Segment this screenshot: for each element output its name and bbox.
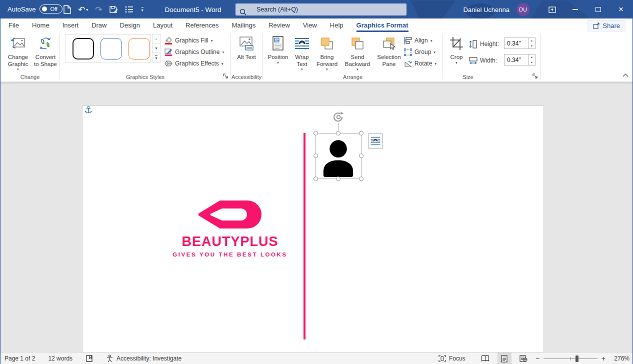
resize-handle-w[interactable] [314,154,318,158]
convert-to-shape-button[interactable]: Convert to Shape [32,34,58,68]
layout-options-icon [370,136,380,146]
ribbon-display-options-button[interactable] [540,0,564,18]
proofing-button[interactable] [86,354,93,362]
graphics-outline-button[interactable]: Graphics Outline ▾ [164,47,224,57]
tab-home[interactable]: Home [32,18,50,32]
gallery-up-button[interactable]: ▴ [152,34,160,44]
avatar[interactable]: DU [516,3,530,16]
page-indicator[interactable]: Page 1 of 2 [4,355,35,362]
send-backward-button[interactable]: Send Backward ▾ [340,34,375,72]
tab-view[interactable]: View [303,18,317,32]
autosave-switch[interactable]: Off [40,4,62,14]
save-button[interactable] [110,6,118,14]
width-spinner[interactable]: ▴▾ [528,54,536,66]
search-input[interactable] [256,6,396,13]
title-bar: AutoSave Off ↶▾ ↷ ▾ Document5 - Word [0,0,632,18]
selection-pane-button[interactable]: Selection Pane [376,34,402,68]
resize-handle-e[interactable] [359,154,364,158]
style-thumbnail-blue[interactable] [100,38,122,60]
web-layout-button[interactable] [516,352,530,364]
resize-handle-n[interactable] [336,131,340,136]
resize-handle-s[interactable] [336,176,340,181]
position-button[interactable]: Position ▾ [266,34,290,65]
document-area[interactable]: ⚓ BEAUTYPLUS GIVES YOU THE BEST LOOKS [0,82,632,352]
zoom-in-button[interactable]: + [602,354,606,362]
graphics-fill-button[interactable]: Graphics Fill ▾ [164,36,212,46]
height-input[interactable] [504,38,528,49]
graphics-effects-icon [164,60,172,67]
graphics-effects-button[interactable]: Graphics Effects ▾ [164,58,224,68]
gallery-more-button[interactable]: ▾ [152,53,160,62]
close-button[interactable]: × [610,0,632,18]
zoom-out-button[interactable]: − [536,354,540,362]
rotate-button[interactable]: Rotate ▾ [404,58,436,68]
resize-handle-ne[interactable] [359,131,364,136]
zoom-slider-track[interactable] [544,355,598,362]
search-box[interactable] [236,4,406,16]
gallery-scroll: ▴ ▾ ▾ [152,34,160,62]
layout-options-button[interactable] [368,134,383,148]
wrap-text-button[interactable]: Wrap Text ▾ [291,34,313,72]
tab-insert[interactable]: Insert [62,18,79,32]
gallery-down-button[interactable]: ▾ [152,44,160,53]
person-graphic-icon[interactable] [316,134,360,178]
chevron-down-icon: ▾ [326,68,328,72]
style-thumbnail-orange[interactable] [128,38,150,60]
graphics-styles-dialog-launcher[interactable] [222,73,228,79]
chevron-down-icon: ▾ [155,46,157,50]
resize-handle-se[interactable] [359,176,364,181]
maximize-button[interactable] [586,0,610,18]
titlebar-art [410,0,456,18]
tab-references[interactable]: References [186,18,218,32]
tab-file[interactable]: File [8,18,19,32]
read-mode-button[interactable] [478,352,492,364]
tab-layout[interactable]: Layout [153,18,172,32]
share-button[interactable]: Share [588,20,626,32]
graphics-fill-label: Graphics Fill [175,37,208,44]
align-label: Align [414,37,428,44]
graphics-effects-label: Graphics Effects [175,60,219,67]
new-document-button[interactable] [64,5,71,14]
resize-handle-sw[interactable] [314,176,318,181]
spin-up-icon: ▴ [528,38,535,44]
alt-text-button[interactable]: Alt Text [234,34,258,61]
width-input[interactable] [504,54,528,66]
height-spinner[interactable]: ▴▾ [528,38,536,49]
zoom-center-tick [570,357,570,360]
collapse-ribbon-button[interactable] [622,72,628,78]
minimize-button[interactable] [564,0,586,18]
align-button[interactable]: Align ▾ [404,36,432,46]
minimize-icon [572,9,578,10]
tab-draw[interactable]: Draw [92,18,106,32]
resize-handle-nw[interactable] [314,131,318,136]
group-button[interactable]: Group ▾ [404,47,436,57]
size-dialog-launcher[interactable] [532,73,538,79]
document-page[interactable]: ⚓ BEAUTYPLUS GIVES YOU THE BEST LOOKS [82,106,544,352]
change-graphic-button[interactable]: Change Graphic ▾ [2,34,34,72]
style-thumbnail-black[interactable] [72,38,94,60]
print-layout-button[interactable] [498,352,512,364]
bullet-list-button[interactable] [125,6,134,13]
accessibility-status[interactable]: Accessibility: Investigate [106,354,182,362]
tab-graphics-format[interactable]: Graphics Format [356,18,408,32]
tab-mailings[interactable]: Mailings [232,18,256,32]
tab-design[interactable]: Design [120,18,140,32]
tab-help[interactable]: Help [330,18,344,32]
autosave-toggle[interactable]: AutoSave Off [8,4,62,14]
word-count[interactable]: 12 words [48,355,72,362]
status-bar: Page 1 of 2 12 words Accessibility: Inve… [0,352,632,364]
beautyplus-logo[interactable]: BEAUTYPLUS GIVES YOU THE BEST LOOKS [148,200,312,258]
customize-qat-button[interactable]: ▾ [140,7,144,12]
tab-review[interactable]: Review [268,18,290,32]
undo-button[interactable]: ↶▾ [78,4,88,15]
rotate-handle-icon[interactable] [332,111,344,123]
focus-button[interactable]: Focus [438,355,466,362]
crop-button[interactable]: Crop ▾ [447,34,466,65]
redo-button[interactable]: ↷ [95,4,102,15]
window-title: Document5 - Word [150,0,236,18]
user-name[interactable]: Daniel Uchenna [463,6,510,14]
selected-graphic[interactable] [316,133,362,179]
zoom-slider-thumb[interactable] [576,356,578,362]
zoom-percentage[interactable]: 276% [610,355,630,362]
bring-forward-button[interactable]: Bring Forward ▾ [314,34,340,72]
